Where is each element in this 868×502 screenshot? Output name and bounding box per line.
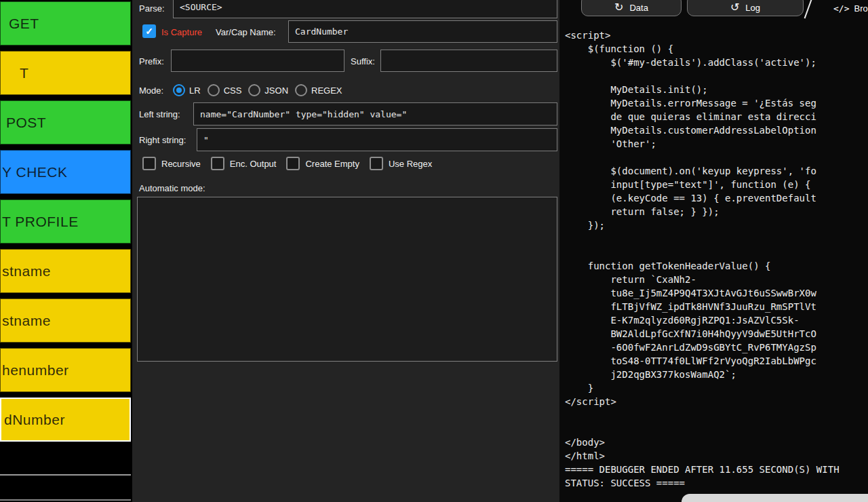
tab-divider	[804, 0, 813, 18]
automatic-mode-label: Automatic mode:	[139, 183, 205, 193]
stacker-block-label: stname	[1, 313, 51, 329]
bottom-input-bar[interactable]	[682, 494, 868, 502]
stacker-block[interactable]: stname	[0, 298, 131, 343]
mode-options: LRCSSJSONREGEX	[173, 83, 342, 97]
code-icon: </>	[833, 3, 849, 14]
option-label: Recursive	[161, 159, 201, 169]
automatic-mode-textarea[interactable]	[137, 197, 557, 362]
stacker-block-label: GET	[1, 16, 39, 32]
option-label: Create Empty	[305, 159, 359, 169]
tab-data-label: Data	[629, 3, 648, 13]
checkbox-icon	[286, 157, 300, 170]
mode-option-label: CSS	[224, 85, 242, 96]
parse-options-row: RecursiveEnc. OutputCreate EmptyUse Rege…	[142, 157, 432, 170]
radio-icon	[248, 84, 260, 96]
sidebar-divider-bottom	[0, 499, 131, 501]
parse-source-input[interactable]	[173, 0, 557, 18]
tab-data[interactable]: ↻ Data	[581, 0, 682, 16]
stacker-screen: GETTPOSTY CHECKT PROFILEstnamestnamehenu…	[0, 0, 868, 502]
mode-option-json[interactable]: JSON	[248, 84, 288, 96]
stacker-block[interactable]: GET	[0, 1, 131, 45]
option-enc-output[interactable]: Enc. Output	[211, 157, 277, 170]
mode-option-label: REGEX	[311, 85, 342, 96]
stacker-block-label: stname	[1, 263, 51, 279]
stacker-block[interactable]: henumber	[0, 348, 131, 392]
mode-option-regex[interactable]: REGEX	[295, 84, 342, 96]
stacker-block-label: henumber	[1, 362, 69, 379]
tab-log-label: Log	[745, 3, 760, 13]
checkbox-icon	[142, 157, 156, 170]
option-use-regex[interactable]: Use Regex	[370, 157, 432, 170]
stacker-block[interactable]: POST	[0, 100, 131, 144]
parse-block-settings-panel: Parse: Is Capture Var/Cap Name: Prefix: …	[132, 0, 559, 502]
stacker-block-label: T	[1, 65, 28, 81]
varcap-name-input[interactable]	[288, 20, 557, 43]
prefix-label: Prefix:	[139, 56, 164, 66]
sidebar-divider	[0, 474, 131, 476]
mode-option-label: LR	[189, 85, 201, 96]
stacker-block-label: POST	[1, 115, 46, 131]
option-create-empty[interactable]: Create Empty	[286, 157, 359, 170]
block-stack: GETTPOSTY CHECKT PROFILEstnamestnamehenu…	[0, 1, 131, 447]
radio-icon	[295, 84, 307, 96]
debugger-log-pre: <script> $(function () { $('#my-details'…	[565, 28, 840, 490]
stacker-block-label: Y CHECK	[1, 164, 67, 180]
stacker-block[interactable]: stname	[0, 249, 131, 293]
option-label: Use Regex	[389, 159, 432, 169]
radio-icon	[208, 84, 220, 96]
is-capture-label: Is Capture	[161, 27, 202, 37]
prefix-input[interactable]	[171, 50, 344, 72]
stacker-block-label: dNumber	[1, 412, 65, 428]
mode-label: Mode:	[139, 85, 163, 96]
suffix-label: Suffix:	[351, 56, 375, 66]
right-string-label: Right string:	[139, 135, 186, 145]
stacker-block[interactable]: dNumber	[0, 398, 131, 442]
mode-option-css[interactable]: CSS	[208, 84, 242, 96]
refresh-icon: ↻	[614, 2, 623, 13]
mode-option-lr[interactable]: LR	[173, 84, 201, 96]
left-string-input[interactable]	[193, 102, 557, 125]
left-string-label: Left string:	[139, 109, 180, 119]
history-icon: ↺	[730, 2, 739, 13]
block-stack-sidebar: GETTPOSTY CHECKT PROFILEstnamestnamehenu…	[0, 0, 132, 502]
checkbox-icon	[211, 157, 224, 170]
stacker-block[interactable]: Y CHECK	[0, 150, 131, 194]
option-recursive[interactable]: Recursive	[142, 157, 201, 170]
mode-option-label: JSON	[264, 85, 288, 96]
tab-browser[interactable]: </> Bro	[833, 0, 868, 16]
stacker-block[interactable]: T PROFILE	[0, 199, 131, 244]
tab-log[interactable]: ↺ Log	[687, 0, 804, 16]
parse-label: Parse:	[139, 3, 165, 14]
stacker-block-label: T PROFILE	[1, 214, 79, 230]
checkbox-icon	[370, 157, 383, 170]
debugger-panel: ↻ Data ↺ Log </> Bro <script> $(function…	[559, 0, 868, 502]
right-string-input[interactable]	[197, 128, 557, 151]
is-capture-checkbox-wrap	[142, 24, 156, 38]
varcap-name-label: Var/Cap Name:	[216, 27, 276, 37]
option-label: Enc. Output	[230, 159, 277, 169]
stacker-block[interactable]: T	[0, 51, 131, 95]
tab-browser-label: Bro	[854, 3, 867, 14]
is-capture-checkbox[interactable]	[142, 24, 156, 38]
radio-icon	[173, 84, 185, 96]
suffix-input[interactable]	[380, 50, 557, 72]
